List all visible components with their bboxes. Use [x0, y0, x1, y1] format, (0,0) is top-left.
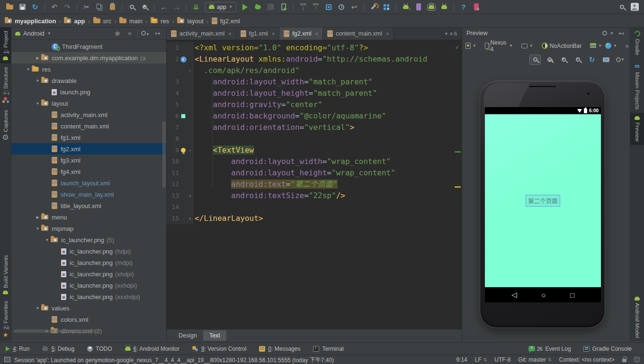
tool-window-toggle-icon[interactable] [4, 357, 10, 362]
run-tool-window[interactable]: 4: Run [6, 346, 29, 352]
inspection-ok-icon[interactable]: ✓ [456, 41, 459, 53]
close-icon[interactable]: × [228, 31, 231, 36]
tree-item-fg1-xml[interactable]: fg1.xml [11, 132, 166, 143]
fold-marker[interactable] [188, 99, 193, 110]
caret-position[interactable]: 9:14 [456, 356, 467, 363]
breadcrumb-item-src[interactable]: src [93, 18, 111, 25]
tree-item-content-main-xml[interactable]: content_main.xml [11, 120, 166, 132]
open-icon[interactable] [4, 1, 15, 13]
tree-item-ic-launcher-png[interactable]: ic_launcher.png(xhdpi) [11, 268, 166, 280]
tree-item-values[interactable]: ▼values [11, 302, 166, 314]
fold-marker[interactable] [188, 179, 193, 190]
code-line[interactable]: 1<?xml version="1.0" encoding="utf-8"?> [167, 42, 462, 54]
fold-marker[interactable]: ∧ [188, 213, 193, 224]
code-line[interactable]: 13∧ android:textSize="22sp"/> [167, 190, 462, 201]
layout-preview-content[interactable]: 第二个页面 [485, 114, 601, 287]
gradle-console-tool-window[interactable]: Gradle Console [583, 346, 632, 352]
tree-item-fg3-xml[interactable]: fg3.xml [11, 155, 166, 166]
code-line[interactable]: 2c<LinearLayout xmlns:android="http://sc… [167, 54, 462, 65]
code-line[interactable]: 7 android:orientation="vertical"> [167, 122, 462, 133]
design-surface-button[interactable]: ▼ [465, 43, 476, 49]
project-structure-icon[interactable] [381, 1, 392, 13]
android-monitor-tool-window[interactable]: 6: Android Monitor [125, 346, 179, 352]
file-encoding[interactable]: UTF-8 [494, 356, 510, 363]
forward-icon[interactable]: → [171, 1, 182, 13]
color-swatch-icon[interactable] [181, 114, 186, 118]
error-stripe-mark-green[interactable] [455, 151, 461, 153]
tree-item-title-layout-xml[interactable]: title_layout.xml [11, 200, 166, 211]
tree-item-res[interactable]: ▼res [11, 64, 166, 75]
preview-settings-button[interactable]: ▼ [615, 55, 626, 65]
find-icon[interactable] [126, 1, 137, 13]
code-line[interactable]: 5 android:gravity="center" [167, 99, 462, 110]
tree-item-fg2-xml[interactable]: fg2.xml [11, 143, 166, 155]
tree-item-layout[interactable]: ▼layout [11, 98, 166, 109]
fold-marker[interactable] [188, 133, 193, 145]
android-icon[interactable] [438, 1, 450, 13]
breadcrumb-item-fg2.xml[interactable]: fg2.xml [212, 18, 240, 25]
error-stripe-mark-yellow[interactable] [455, 186, 461, 188]
hidden-tabs-dropdown[interactable]: ▼ ≡ 6 [440, 27, 462, 40]
tree-item-fg4-xml[interactable]: fg4.xml [11, 166, 166, 177]
tree-item-show-main-lay-xml[interactable]: show_main_lay.xml [11, 189, 166, 200]
fold-marker[interactable] [188, 110, 193, 122]
code-line[interactable]: 4 android:layout_height="match_parent" [167, 88, 462, 99]
activity-selector[interactable]: ▼ [590, 43, 602, 49]
sdk-manager-icon[interactable] [400, 1, 411, 13]
copy-icon[interactable] [94, 1, 105, 13]
tree-horizontal-scrollbar[interactable] [13, 329, 99, 333]
close-icon[interactable]: × [272, 31, 275, 36]
editor-tab-content-main-xml[interactable]: content_main.xml× [323, 27, 394, 40]
fold-marker[interactable] [188, 201, 193, 213]
fold-marker[interactable] [188, 167, 193, 179]
tree-item-activity-main-xml[interactable]: activity_main.xml [11, 109, 166, 120]
debug-button[interactable] [252, 1, 264, 13]
vcs-commit-icon[interactable]: VCS↑ [310, 1, 322, 13]
zoom-actual-size-button[interactable]: 1:1 [544, 55, 555, 65]
editor-tab-activity-main-xml[interactable]: activity_main.xml× [167, 27, 236, 40]
todo-tool-window[interactable]: TODO [87, 346, 112, 352]
device-screen[interactable]: 6:00 第二个页面 ◁ ○ □ [485, 107, 601, 302]
code-line[interactable]: 14 [167, 201, 462, 213]
code-line[interactable]: 8 [167, 133, 462, 145]
tree-item-launch-layout-xml[interactable]: launch_layout.xml [11, 177, 166, 189]
gear-icon[interactable]: ▼ [141, 30, 150, 37]
vcs-branch[interactable]: Git: master [518, 356, 546, 363]
theme-selector[interactable]: NoActionBar [542, 43, 581, 49]
redo-icon[interactable]: ↷ [62, 1, 73, 13]
fold-marker[interactable]: ∧ [188, 190, 193, 201]
breadcrumb-item-app[interactable]: app [64, 18, 85, 25]
toolbar-overflow[interactable]: » [626, 43, 629, 49]
line-separator[interactable]: LF [475, 356, 482, 363]
debug-tool-window[interactable]: 5: Debug [42, 346, 74, 352]
code-line[interactable]: 6 android:background="@color/aquamarine" [167, 110, 462, 122]
close-icon[interactable]: × [386, 31, 389, 36]
fold-marker[interactable] [188, 76, 193, 88]
run-config-combo[interactable]: app▼ [205, 2, 236, 12]
tab-text[interactable]: Text [203, 330, 226, 341]
breadcrumb-item-myapplication[interactable]: myapplication [5, 18, 56, 25]
code-line[interactable]: − .com/apk/res/android" [167, 65, 462, 76]
fold-marker[interactable] [188, 156, 193, 167]
profiler-icon[interactable] [471, 1, 482, 13]
back-icon[interactable]: ← [158, 1, 170, 13]
vcs-update-icon[interactable]: VCS↓ [297, 1, 309, 13]
undo-icon[interactable]: ↶ [49, 1, 60, 13]
fold-marker[interactable]: − [188, 65, 193, 76]
search-everywhere-icon[interactable] [616, 1, 627, 13]
screenshot-button[interactable] [600, 55, 612, 65]
paste-icon[interactable] [107, 1, 118, 13]
code-line[interactable]: 9− <TextView [167, 145, 462, 156]
tree-item-ic-launcher-png[interactable]: ic_launcher.png(xxhdpi) [11, 280, 166, 291]
context-widget[interactable]: Context: <no context> [559, 356, 615, 363]
tree-item-ic-launcher-png[interactable]: ▼ic_launcher.png(5) [11, 234, 166, 246]
stripe-item-maven-projects[interactable]: mMaven Projects [630, 59, 644, 113]
tree-item-ic-launcher-png[interactable]: ic_launcher.png(hdpi) [11, 246, 166, 257]
highlighting-level-icon[interactable] [634, 357, 640, 362]
run-button[interactable] [240, 1, 251, 13]
stripe-item-favorites[interactable]: 2: Favorites★ [0, 298, 11, 341]
settings-icon[interactable] [368, 1, 379, 13]
terminal-tool-window[interactable]: Terminal [313, 346, 343, 352]
fold-marker[interactable] [188, 88, 193, 99]
tree-item-ic-launcher-png[interactable]: ic_launcher.png(mdpi) [11, 257, 166, 268]
